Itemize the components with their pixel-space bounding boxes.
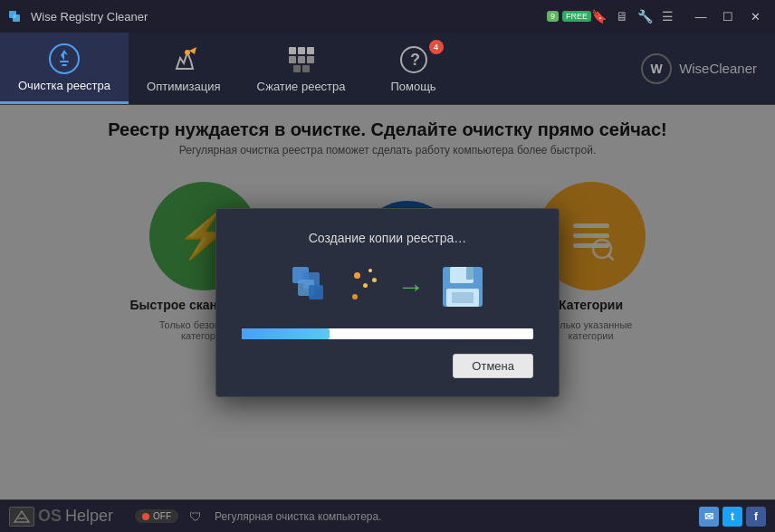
svg-point-5 bbox=[185, 50, 190, 55]
svg-rect-10 bbox=[298, 56, 305, 63]
shield-icon: 🛡 bbox=[189, 509, 202, 524]
toggle-label: OFF bbox=[153, 511, 171, 521]
dialog-footer: Отмена bbox=[242, 354, 533, 378]
svg-rect-9 bbox=[289, 56, 296, 63]
app-title: Wise Registry Cleaner bbox=[31, 10, 543, 24]
svg-marker-35 bbox=[14, 511, 29, 522]
registry-clean-icon bbox=[48, 43, 81, 75]
svg-rect-1 bbox=[13, 14, 20, 22]
svg-rect-3 bbox=[60, 61, 69, 62]
compress-icon bbox=[285, 43, 318, 76]
mail-icon[interactable]: ✉ bbox=[699, 507, 719, 527]
dialog-title: Создание копии реестра… bbox=[242, 231, 533, 245]
toolbar-item-help[interactable]: ? Помощь 4 bbox=[364, 33, 464, 104]
os-text: OS bbox=[38, 507, 62, 526]
svg-rect-13 bbox=[302, 65, 310, 72]
monitor-icon[interactable]: 🖥 bbox=[616, 9, 628, 24]
social-icons: ✉ t f bbox=[699, 507, 766, 527]
svg-rect-29 bbox=[309, 285, 323, 299]
svg-rect-34 bbox=[452, 292, 474, 303]
free-badge: FREE bbox=[562, 11, 591, 22]
svg-rect-8 bbox=[307, 47, 314, 54]
toolbar-label-compress: Сжатие реестра bbox=[257, 80, 346, 93]
dialog-overlay: Создание копии реестра… bbox=[0, 105, 775, 499]
svg-rect-12 bbox=[293, 65, 301, 72]
logo-circle: W bbox=[641, 53, 672, 84]
svg-rect-6 bbox=[289, 47, 296, 54]
oshelper-logo: OS Helper bbox=[9, 507, 113, 527]
window-controls: — ☐ ✕ bbox=[688, 6, 768, 26]
os-icon bbox=[9, 507, 34, 527]
facebook-icon[interactable]: f bbox=[746, 507, 766, 527]
toolbar: Очистка реестра Оптимизация bbox=[0, 33, 775, 105]
svg-rect-32 bbox=[466, 267, 474, 280]
wisecleaner-logo: W WiseCleaner bbox=[641, 33, 775, 104]
statusbar: OS Helper OFF 🛡 Регулярная очистка компь… bbox=[0, 499, 775, 532]
dialog-icons-row: → bbox=[242, 263, 533, 310]
app-icon bbox=[7, 7, 25, 25]
toolbar-item-optimize[interactable]: Оптимизация bbox=[129, 33, 239, 104]
bookmark-icon[interactable]: 🔖 bbox=[591, 9, 607, 24]
progress-dialog: Создание копии реестра… bbox=[215, 208, 560, 397]
toggle-dot bbox=[142, 513, 149, 520]
registry-blocks-icon bbox=[289, 263, 336, 310]
titlebar: Wise Registry Cleaner 9 FREE 🔖 🖥 🔧 ☰ — ☐… bbox=[0, 0, 775, 33]
maximize-button[interactable]: ☐ bbox=[715, 6, 741, 26]
help-badge: 4 bbox=[429, 40, 444, 54]
svg-rect-7 bbox=[298, 47, 305, 54]
svg-text:?: ? bbox=[410, 51, 420, 69]
svg-rect-4 bbox=[62, 64, 67, 66]
minimize-button[interactable]: — bbox=[688, 6, 713, 26]
arrow-icon: → bbox=[397, 271, 425, 302]
menu-icon[interactable]: ☰ bbox=[662, 9, 674, 24]
toolbar-item-compress[interactable]: Сжатие реестра bbox=[239, 33, 364, 104]
optimize-icon bbox=[167, 43, 200, 76]
close-button[interactable]: ✕ bbox=[742, 6, 768, 26]
progress-bar-fill bbox=[242, 328, 330, 339]
main-content: Реестр нуждается в очистке. Сделайте очи… bbox=[0, 105, 775, 499]
status-text: Регулярная очистка компьютера. bbox=[215, 510, 692, 523]
version-badge: 9 bbox=[547, 11, 559, 22]
twitter-icon[interactable]: t bbox=[722, 507, 742, 527]
sparkle-effect bbox=[350, 263, 383, 310]
help-icon: ? bbox=[397, 43, 430, 76]
toolbar-label-registry: Очистка реестра bbox=[18, 79, 110, 92]
logo-text: WiseCleaner bbox=[679, 61, 757, 76]
toolbar-label-help: Помощь bbox=[390, 80, 435, 93]
progress-bar-wrap bbox=[242, 328, 533, 339]
toolbar-item-registry-clean[interactable]: Очистка реестра bbox=[0, 33, 129, 104]
cancel-button[interactable]: Отмена bbox=[453, 354, 533, 378]
floppy-disk-icon bbox=[439, 263, 486, 310]
titlebar-icons: 🔖 🖥 🔧 ☰ bbox=[591, 9, 674, 24]
svg-rect-11 bbox=[307, 56, 314, 63]
helper-text: Helper bbox=[65, 507, 113, 526]
power-toggle[interactable]: OFF bbox=[135, 509, 178, 523]
settings-icon[interactable]: 🔧 bbox=[637, 9, 653, 24]
toolbar-label-optimize: Оптимизация bbox=[147, 80, 221, 93]
